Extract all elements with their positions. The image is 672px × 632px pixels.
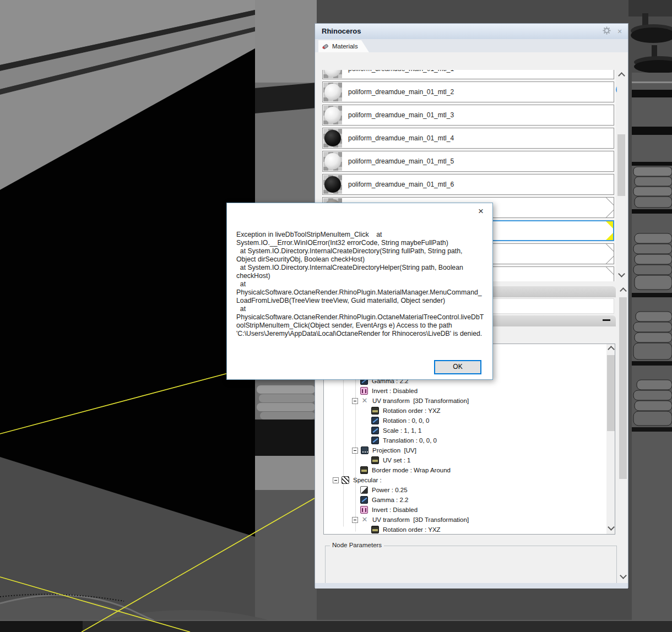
exception-line: PhysicalcSoftware.OctaneRender.RhinoPlug…: [236, 313, 485, 322]
exception-dialog: × Exception in liveDbToolStripMenuItem_C…: [226, 203, 493, 380]
uv-transform-icon: ✕: [361, 516, 368, 524]
selected-corner-badge: [606, 233, 613, 240]
material-name: poliform_dreamdue_main_01_mtl_1: [348, 70, 454, 73]
tree-item-label: Rotation order : YXZ: [383, 526, 441, 533]
panel-titlebar[interactable]: Rhinoceros ×: [315, 24, 628, 40]
shelf-towels: [257, 385, 315, 419]
shelf-shadow: [255, 419, 317, 456]
scrollbar-thumb[interactable]: [607, 355, 615, 431]
tree-item[interactable]: Projection [UV]: [352, 445, 416, 455]
curve-icon: [371, 437, 379, 444]
exception-message: Exception in liveDbToolStripMenuItem_Cli…: [236, 231, 485, 338]
dialog-close-button[interactable]: ×: [475, 205, 487, 217]
panel-close-button[interactable]: ×: [615, 26, 625, 36]
material-row[interactable]: poliform_dreamdue_main_01_mtl_2: [322, 81, 614, 102]
shelf-gap: [632, 209, 672, 214]
tree-item[interactable]: Rotation order : YXZ: [371, 525, 441, 535]
material-thumbnail: [323, 152, 342, 171]
tree-item-label: Power : 0.25: [372, 487, 408, 493]
material-list-scrollbar[interactable]: [617, 70, 626, 281]
material-name: poliform_dreamdue_main_01_mtl_3: [348, 111, 454, 119]
collapse-expander-icon[interactable]: [333, 477, 339, 483]
panel-tabstrip: Materials: [315, 39, 628, 53]
scroll-down-icon[interactable]: [619, 271, 624, 276]
exception-line: at: [236, 280, 485, 288]
tree-item[interactable]: Power : 0.25: [360, 485, 408, 495]
collapse-expander-icon[interactable]: [352, 517, 358, 523]
node-parameters-group: Node Parameters: [325, 546, 617, 584]
scrollbar-thumb[interactable]: [619, 297, 627, 479]
ok-button[interactable]: OK: [434, 360, 481, 374]
bottom-band: [0, 621, 672, 632]
tree-item[interactable]: Border mode : Wrap Around: [360, 465, 451, 475]
tree-item[interactable]: Rotation : 0, 0, 0: [371, 416, 429, 426]
power-icon: [360, 486, 368, 494]
shelf-gap: [632, 361, 672, 366]
scroll-up-icon[interactable]: [619, 73, 624, 78]
tree-item-label: UV set : 1: [383, 457, 411, 464]
material-row[interactable]: poliform_dreamdue_main_01_mtl_1: [322, 70, 614, 79]
shelf-gap: [632, 162, 672, 166]
tree-item-label: Scale : 1, 1, 1: [383, 427, 421, 434]
bottom-band-dark: [0, 621, 83, 632]
tree-item[interactable]: Gamma : 2.2: [360, 495, 408, 505]
tree-item-label: Gamma : 2.2: [372, 497, 408, 503]
material-row[interactable]: poliform_dreamdue_main_01_mtl_6: [322, 174, 614, 195]
exception-line: oolStripMenuItem_Click(Object sender, Ev…: [236, 322, 485, 330]
tree-item-label: Translation : 0, 0, 0: [383, 437, 437, 444]
corner-mark: [605, 255, 614, 264]
projection-icon: [361, 446, 368, 454]
node-parameters-label: Node Parameters: [330, 542, 384, 548]
exception-line: 'C:\Users\Jeremy\AppData\Local\OctaneRen…: [236, 330, 485, 338]
panel-scrollbar[interactable]: [619, 285, 627, 583]
tree-item[interactable]: Invert : Disabled: [360, 386, 418, 396]
tree-item[interactable]: ✕ UV transform [3D Transformation]: [352, 396, 469, 406]
panel-title: Rhinoceros: [322, 27, 361, 35]
tree-item[interactable]: UV set : 1: [371, 455, 411, 465]
tree-item-label: Specular :: [353, 477, 382, 483]
tree-item-label: Rotation order : YXZ: [383, 407, 441, 414]
material-thumbnail: [323, 106, 342, 124]
material-row[interactable]: poliform_dreamdue_main_01_mtl_3: [322, 105, 614, 126]
uv-transform-icon: ✕: [361, 397, 368, 405]
tab-materials-label: Materials: [332, 43, 358, 50]
exception-line: checkHost): [236, 272, 485, 280]
material-thumbnail: [323, 175, 342, 194]
exception-line: LoadFromLiveDB(TreeView treeView, Guid m…: [236, 297, 485, 305]
tree-item[interactable]: Translation : 0, 0, 0: [371, 435, 437, 445]
invert-icon: [360, 506, 368, 514]
tree-scrollbar[interactable]: [606, 344, 615, 534]
tab-materials[interactable]: Materials: [318, 40, 369, 52]
material-thumbnail: [323, 129, 342, 148]
tree-item[interactable]: Invert : Disabled: [360, 505, 418, 515]
scroll-down-icon[interactable]: [621, 573, 625, 577]
panel-settings-button[interactable]: [601, 26, 611, 36]
tree-item[interactable]: Scale : 1, 1, 1: [371, 426, 421, 435]
material-name: poliform_dreamdue_main_01_mtl_6: [348, 181, 454, 188]
collapse-expander-icon[interactable]: [352, 398, 358, 404]
enum-icon: [371, 456, 379, 464]
material-name: poliform_dreamdue_main_01_mtl_5: [348, 157, 454, 165]
scroll-up-icon[interactable]: [621, 288, 625, 293]
tree-item[interactable]: Specular :: [333, 475, 382, 485]
exception-line: PhysicalcSoftware.OctaneRender.RhinoPlug…: [236, 288, 485, 297]
invert-icon: [360, 387, 368, 395]
scrollbar-thumb[interactable]: [617, 134, 625, 196]
tree-item[interactable]: ✕ UV transform [3D Transformation]: [352, 515, 469, 525]
collapse-expander-icon[interactable]: [352, 448, 358, 454]
corner-mark: [605, 198, 614, 206]
material-row[interactable]: poliform_dreamdue_main_01_mtl_4: [322, 128, 614, 149]
tree-item-label: UV transform [3D Transformation]: [372, 516, 469, 523]
corner-mark: [605, 244, 614, 253]
material-name: poliform_dreamdue_main_01_mtl_4: [348, 134, 454, 142]
tree-item[interactable]: Rotation order : YXZ: [371, 406, 441, 416]
scroll-up-icon[interactable]: [609, 347, 613, 351]
towel-stack: [633, 312, 672, 359]
panel-toolbar: Grey Canyon Oak ?: [315, 52, 628, 70]
scroll-down-icon[interactable]: [609, 525, 613, 529]
curve-icon: [371, 417, 379, 424]
towel-stack: [633, 167, 672, 208]
collapse-icon[interactable]: [603, 319, 610, 321]
towel-stack: [633, 380, 672, 426]
material-row[interactable]: poliform_dreamdue_main_01_mtl_5: [322, 151, 614, 172]
